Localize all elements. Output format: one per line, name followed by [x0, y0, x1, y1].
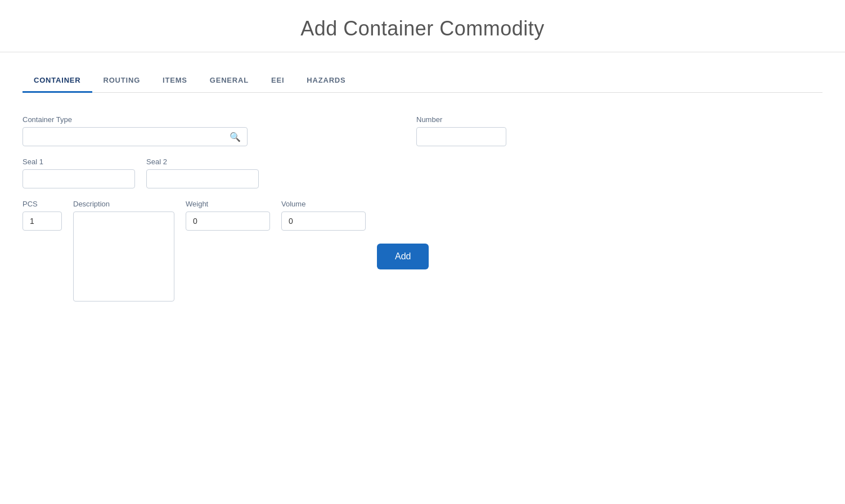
description-textarea[interactable]	[73, 212, 174, 302]
tabs-nav: CONTAINER ROUTING ITEMS GENERAL EEI HAZA…	[23, 69, 822, 93]
number-input[interactable]	[416, 127, 506, 146]
tab-container[interactable]: CONTAINER	[23, 69, 92, 93]
pcs-input[interactable]	[23, 212, 62, 231]
tab-items[interactable]: ITEMS	[151, 69, 199, 93]
container-type-label: Container Type	[23, 115, 248, 124]
tab-hazards[interactable]: HAZARDS	[295, 69, 357, 93]
row-container-type-number: Container Type 🔍 Number	[23, 115, 822, 146]
seal2-input[interactable]	[146, 169, 259, 188]
weight-input[interactable]	[186, 212, 270, 231]
seal1-label: Seal 1	[23, 158, 135, 166]
seal2-group: Seal 2	[146, 158, 259, 188]
pcs-label: PCS	[23, 200, 62, 208]
row-seals: Seal 1 Seal 2	[23, 158, 822, 188]
weight-label: Weight	[186, 200, 270, 208]
page-title: Add Container Commodity	[11, 17, 834, 40]
search-icon: 🔍	[230, 132, 241, 142]
tab-general[interactable]: GENERAL	[199, 69, 260, 93]
row-pcs-description-weight-volume: PCS Description Weight Volume Add	[23, 200, 822, 302]
weight-group: Weight	[186, 200, 270, 231]
description-group: Description	[73, 200, 174, 302]
container-form: Container Type 🔍 Number Seal 1 Sea	[23, 110, 822, 318]
content-area: CONTAINER ROUTING ITEMS GENERAL EEI HAZA…	[0, 52, 845, 335]
container-type-search-button[interactable]: 🔍	[228, 130, 242, 143]
volume-group: Volume	[281, 200, 366, 231]
seal1-input[interactable]	[23, 169, 135, 188]
number-label: Number	[416, 115, 506, 124]
description-label: Description	[73, 200, 174, 208]
seal1-group: Seal 1	[23, 158, 135, 188]
tab-eei[interactable]: EEI	[260, 69, 295, 93]
container-type-group: Container Type 🔍	[23, 115, 248, 146]
number-group: Number	[416, 115, 506, 146]
volume-label: Volume	[281, 200, 366, 208]
tab-routing[interactable]: ROUTING	[92, 69, 152, 93]
seal2-label: Seal 2	[146, 158, 259, 166]
add-button[interactable]: Add	[377, 244, 429, 269]
page-header: Add Container Commodity	[0, 0, 845, 52]
container-type-input-wrapper: 🔍	[23, 127, 248, 146]
volume-input[interactable]	[281, 212, 366, 231]
container-type-input[interactable]	[23, 127, 248, 146]
pcs-group: PCS	[23, 200, 62, 231]
